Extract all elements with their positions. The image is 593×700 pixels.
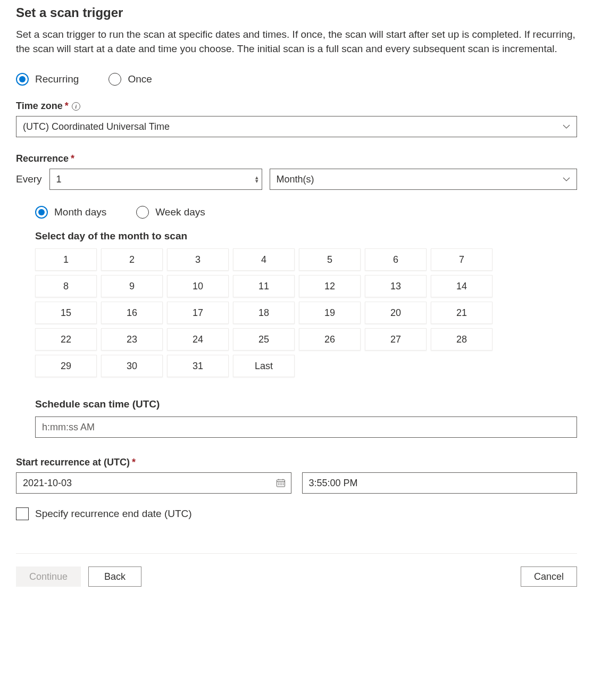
start-recurrence-label: Start recurrence at (UTC) *: [16, 457, 577, 468]
month-day-cell[interactable]: 11: [233, 275, 295, 297]
page-title: Set a scan trigger: [16, 5, 577, 20]
recurrence-unit-value: Month(s): [277, 174, 314, 185]
start-time-value: 3:55:00 PM: [309, 478, 358, 489]
frequency-recurring-radio[interactable]: Recurring: [16, 73, 79, 86]
month-days-label: Select day of the month to scan: [35, 230, 577, 242]
month-day-cell[interactable]: 29: [35, 355, 97, 377]
svg-rect-8: [278, 485, 279, 486]
month-day-cell[interactable]: 22: [35, 328, 97, 351]
month-day-cell[interactable]: 18: [233, 302, 295, 324]
month-day-cell[interactable]: 3: [167, 248, 229, 271]
month-day-cell[interactable]: 17: [167, 302, 229, 324]
month-day-cell[interactable]: 9: [101, 275, 163, 297]
recurrence-unit-select[interactable]: Month(s): [270, 169, 577, 190]
scan-time-input[interactable]: h:mm:ss AM: [35, 416, 577, 438]
cancel-button[interactable]: Cancel: [521, 566, 577, 587]
month-day-cell[interactable]: 13: [365, 275, 427, 297]
start-time-input[interactable]: 3:55:00 PM: [302, 472, 578, 494]
timezone-select[interactable]: (UTC) Coordinated Universal Time: [16, 116, 577, 137]
calendar-icon[interactable]: [276, 478, 286, 488]
frequency-recurring-label: Recurring: [35, 73, 79, 85]
frequency-once-radio[interactable]: Once: [108, 73, 152, 86]
svg-rect-5: [280, 483, 281, 484]
svg-rect-9: [280, 485, 281, 486]
recurrence-every-value: 1: [56, 174, 255, 185]
footer-bar: Continue Back Cancel: [16, 553, 577, 597]
continue-button[interactable]: Continue: [16, 566, 81, 587]
month-day-cell[interactable]: 6: [365, 248, 427, 271]
month-day-cell[interactable]: 25: [233, 328, 295, 351]
month-day-cell[interactable]: 31: [167, 355, 229, 377]
start-date-value: 2021-10-03: [23, 478, 72, 489]
end-date-checkbox-label: Specify recurrence end date (UTC): [35, 508, 192, 520]
day-mode-week-days-label: Week days: [155, 206, 205, 218]
scan-time-placeholder: h:mm:ss AM: [42, 422, 95, 433]
chevron-down-icon: [563, 176, 570, 183]
month-day-cell[interactable]: 2: [101, 248, 163, 271]
day-mode-month-days-radio[interactable]: Month days: [35, 206, 106, 219]
month-day-cell[interactable]: 5: [299, 248, 361, 271]
month-day-cell[interactable]: 28: [431, 328, 492, 351]
month-day-cell[interactable]: 4: [233, 248, 295, 271]
timezone-value: (UTC) Coordinated Universal Time: [23, 121, 170, 132]
month-day-cell[interactable]: Last: [233, 355, 295, 377]
recurrence-label: Recurrence *: [16, 153, 577, 164]
month-day-cell[interactable]: 14: [431, 275, 492, 297]
spinner-arrows-icon[interactable]: ▴▾: [255, 176, 258, 183]
month-day-cell[interactable]: 30: [101, 355, 163, 377]
recurrence-every-input[interactable]: 1 ▴▾: [49, 169, 262, 190]
month-day-cell[interactable]: 23: [101, 328, 163, 351]
month-day-cell[interactable]: 24: [167, 328, 229, 351]
recurrence-every-label: Every: [16, 173, 42, 185]
info-icon[interactable]: i: [72, 102, 80, 111]
day-mode-month-days-label: Month days: [54, 206, 106, 218]
month-day-cell[interactable]: 26: [299, 328, 361, 351]
frequency-radio-group: Recurring Once: [16, 73, 577, 86]
svg-rect-10: [281, 485, 282, 486]
month-day-cell[interactable]: 15: [35, 302, 97, 324]
back-button[interactable]: Back: [88, 566, 141, 587]
month-day-cell[interactable]: 1: [35, 248, 97, 271]
day-mode-week-days-radio[interactable]: Week days: [136, 206, 205, 219]
svg-rect-4: [278, 483, 279, 484]
page-description: Set a scan trigger to run the scan at sp…: [16, 28, 577, 56]
month-day-cell[interactable]: 12: [299, 275, 361, 297]
month-days-grid: 1234567891011121314151617181920212223242…: [35, 248, 577, 377]
svg-rect-11: [283, 485, 284, 486]
month-day-cell[interactable]: 16: [101, 302, 163, 324]
svg-rect-6: [281, 483, 282, 484]
month-day-cell[interactable]: 19: [299, 302, 361, 324]
month-day-cell[interactable]: 7: [431, 248, 492, 271]
timezone-label: Time zone * i: [16, 101, 577, 112]
scan-time-label: Schedule scan time (UTC): [35, 398, 577, 410]
day-mode-radio-group: Month days Week days: [35, 206, 577, 219]
chevron-down-icon: [563, 123, 570, 130]
month-day-cell[interactable]: 10: [167, 275, 229, 297]
end-date-checkbox[interactable]: [16, 507, 29, 520]
start-date-input[interactable]: 2021-10-03: [16, 472, 291, 494]
month-day-cell[interactable]: 8: [35, 275, 97, 297]
svg-rect-7: [283, 483, 284, 484]
month-day-cell[interactable]: 21: [431, 302, 492, 324]
month-day-cell[interactable]: 27: [365, 328, 427, 351]
month-day-cell[interactable]: 20: [365, 302, 427, 324]
frequency-once-label: Once: [128, 73, 152, 85]
